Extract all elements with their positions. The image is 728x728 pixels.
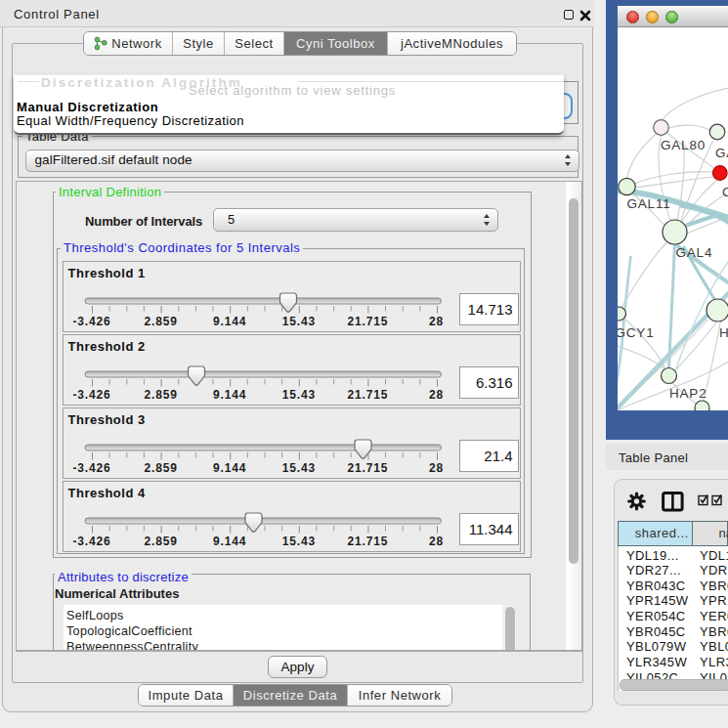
svg-text:GAL80: GAL80 (661, 138, 706, 152)
svg-text:GAL4: GAL4 (675, 245, 712, 260)
svg-text:GCY1: GCY1 (618, 325, 654, 340)
svg-text:HAP2: HAP2 (669, 386, 707, 401)
svg-text:H: H (719, 325, 728, 340)
svg-text:GAL11: GAL11 (626, 196, 670, 211)
svg-text:GA: GA (715, 146, 728, 160)
svg-text:C: C (722, 185, 728, 199)
